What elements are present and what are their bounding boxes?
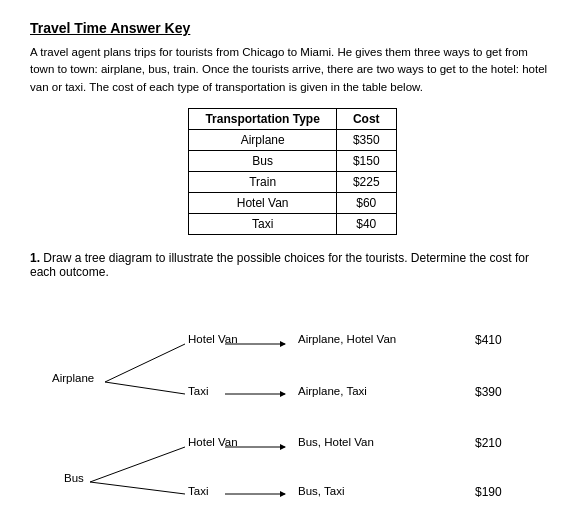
svg-line-5 xyxy=(90,482,185,494)
cost-airplane-hotelvan: $410 xyxy=(475,333,502,347)
svg-line-1 xyxy=(105,382,185,394)
root-airplane: Airplane xyxy=(52,372,94,384)
table-cell: Train xyxy=(189,171,336,192)
question-number: 1. xyxy=(30,251,40,265)
cost-bus-taxi: $190 xyxy=(475,485,502,499)
root-bus: Bus xyxy=(64,472,84,484)
col-header-cost: Cost xyxy=(336,108,396,129)
branch-airplane-hotelvan: Hotel Van xyxy=(188,333,238,345)
svg-line-0 xyxy=(105,344,185,382)
branch-bus-hotelvan: Hotel Van xyxy=(188,436,238,448)
outcome-bus-hotelvan: Bus, Hotel Van xyxy=(298,436,374,448)
table-cell: $60 xyxy=(336,192,396,213)
tree-diagram: Airplane Bus Train Hotel Van Taxi Hotel … xyxy=(30,289,555,520)
cost-bus-hotelvan: $210 xyxy=(475,436,502,450)
table-cell: $225 xyxy=(336,171,396,192)
page-title: Travel Time Answer Key xyxy=(30,20,555,36)
question-1: 1. Draw a tree diagram to illustrate the… xyxy=(30,251,555,279)
intro-text: A travel agent plans trips for tourists … xyxy=(30,44,555,96)
cost-airplane-taxi: $390 xyxy=(475,385,502,399)
svg-line-4 xyxy=(90,447,185,482)
branch-airplane-taxi: Taxi xyxy=(188,385,208,397)
table-cell: $150 xyxy=(336,150,396,171)
table-cell: $40 xyxy=(336,213,396,234)
table-cell: Bus xyxy=(189,150,336,171)
branch-bus-taxi: Taxi xyxy=(188,485,208,497)
outcome-airplane-taxi: Airplane, Taxi xyxy=(298,385,367,397)
table-cell: Airplane xyxy=(189,129,336,150)
outcome-airplane-hotelvan: Airplane, Hotel Van xyxy=(298,333,396,345)
outcome-bus-taxi: Bus, Taxi xyxy=(298,485,344,497)
question-text: Draw a tree diagram to illustrate the po… xyxy=(30,251,529,279)
table-cell: Taxi xyxy=(189,213,336,234)
table-cell: Hotel Van xyxy=(189,192,336,213)
cost-table-container: Transportation Type Cost Airplane$350Bus… xyxy=(30,108,555,235)
table-cell: $350 xyxy=(336,129,396,150)
cost-table: Transportation Type Cost Airplane$350Bus… xyxy=(188,108,396,235)
col-header-type: Transportation Type xyxy=(189,108,336,129)
